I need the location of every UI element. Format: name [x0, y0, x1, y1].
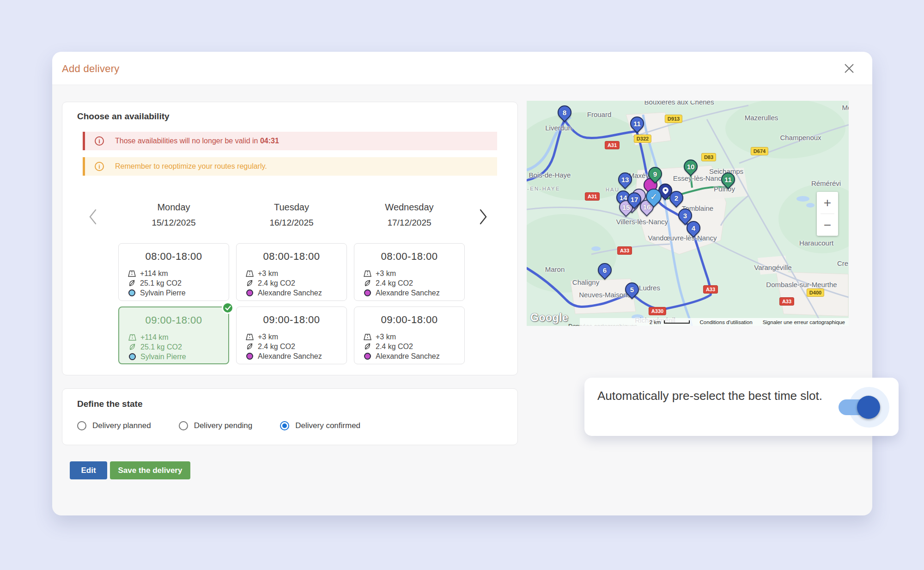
- edit-button[interactable]: Edit: [70, 461, 107, 479]
- radio-icon-checked[interactable]: [280, 421, 289, 430]
- leaf-icon: [364, 280, 371, 287]
- scale-bar: [664, 320, 690, 324]
- day-name: Tuesday: [236, 202, 347, 213]
- day-column-wednesday: Wednesday 17/12/2025 08:00-18:00 +3 km 2…: [354, 202, 465, 364]
- road-icon: [364, 270, 371, 277]
- road-icon: [364, 334, 371, 340]
- driver-avatar: [364, 353, 371, 360]
- road-badge: A31: [605, 141, 620, 149]
- reoptimize-alert-text: Remember to reoptimize your routes regul…: [115, 162, 267, 171]
- expiry-countdown: 04:31: [260, 137, 279, 145]
- slot-distance: +3 km: [376, 333, 396, 341]
- slot-tuesday-0900[interactable]: 09:00-18:00 +3 km 2.4 kg CO2 Alexandre S…: [236, 306, 347, 364]
- close-icon[interactable]: [843, 62, 856, 75]
- road-badge: A330: [649, 307, 666, 315]
- day-column-tuesday: Tuesday 16/12/2025 08:00-18:00 +3 km 2.4…: [236, 202, 347, 364]
- leaf-icon: [128, 280, 136, 287]
- leaf-icon: [364, 343, 371, 350]
- driver-avatar: [128, 353, 136, 360]
- slot-distance: +114 km: [140, 270, 168, 278]
- day-columns: Monday 15/12/2025 08:00-18:00 +114 km 25…: [118, 202, 503, 364]
- slot-co2: 25.1 kg CO2: [140, 279, 182, 288]
- road-badge: A31: [585, 192, 600, 201]
- modal-header: Add delivery: [52, 52, 872, 85]
- leaf-icon: [246, 343, 254, 350]
- report-map-error-link[interactable]: Signaler une erreur cartographique: [763, 319, 845, 325]
- info-icon: i: [95, 136, 104, 146]
- road-badge: A33: [779, 297, 794, 306]
- page-background: Add delivery Choose an availability i Th…: [0, 0, 924, 570]
- road-icon: [246, 334, 254, 340]
- slot-distance: +3 km: [258, 333, 278, 341]
- day-name: Monday: [118, 202, 229, 213]
- road-badge: A33: [617, 246, 632, 255]
- selected-check-icon: [222, 302, 234, 314]
- slot-tuesday-0800[interactable]: 08:00-18:00 +3 km 2.4 kg CO2 Alexandre S…: [236, 243, 347, 301]
- radio-icon[interactable]: [179, 421, 188, 430]
- day-column-monday: Monday 15/12/2025 08:00-18:00 +114 km 25…: [118, 202, 229, 364]
- availability-heading: Choose an availability: [77, 111, 503, 122]
- slot-driver: Alexandre Sanchez: [258, 352, 322, 361]
- slot-driver: Alexandre Sanchez: [376, 289, 440, 297]
- day-date: 15/12/2025: [118, 218, 229, 228]
- radio-delivery-confirmed[interactable]: Delivery confirmed: [280, 421, 360, 430]
- zoom-out-button[interactable]: −: [817, 214, 838, 236]
- slot-monday-0900-selected[interactable]: 09:00-18:00 +114 km 25.1 kg CO2 Sylvain …: [118, 306, 229, 364]
- autoselect-label: Automatically pre-select the best time s…: [597, 388, 833, 404]
- radio-delivery-planned[interactable]: Delivery planned: [77, 421, 151, 430]
- leaf-icon: [128, 343, 136, 350]
- radio-icon[interactable]: [77, 421, 86, 430]
- define-state-heading: Define the state: [77, 399, 503, 409]
- slot-wednesday-0800[interactable]: 08:00-18:00 +3 km 2.4 kg CO2 Alexandre S…: [354, 243, 465, 301]
- slot-distance: +114 km: [140, 333, 169, 342]
- road-badge: D83: [701, 153, 716, 161]
- road-badge: D322: [634, 135, 651, 143]
- availability-carousel: Monday 15/12/2025 08:00-18:00 +114 km 25…: [77, 202, 503, 364]
- terms-link[interactable]: Conditions d'utilisation: [700, 319, 753, 325]
- info-icon: i: [95, 162, 104, 171]
- prev-days-button[interactable]: [84, 207, 102, 227]
- road-badge: D674: [751, 147, 768, 155]
- reoptimize-alert: i Remember to reoptimize your routes reg…: [83, 157, 497, 176]
- slot-distance: +3 km: [376, 270, 396, 278]
- slot-co2: 25.1 kg CO2: [140, 343, 182, 351]
- slot-co2: 2.4 kg CO2: [376, 343, 413, 351]
- autoselect-toggle[interactable]: [834, 393, 885, 421]
- toggle-thumb[interactable]: [857, 396, 880, 419]
- expiry-alert: i Those availabilities will no longer be…: [83, 132, 497, 150]
- page-title: Add delivery: [62, 63, 120, 75]
- slot-co2: 2.4 kg CO2: [258, 343, 295, 351]
- day-name: Wednesday: [354, 202, 465, 213]
- map-attribution-bar: 2 km Conditions d'utilisation Signaler u…: [580, 318, 849, 326]
- driver-avatar: [364, 289, 371, 296]
- road-icon: [246, 270, 254, 277]
- driver-avatar: [246, 289, 254, 296]
- save-delivery-button[interactable]: Save the delivery: [110, 461, 190, 479]
- road-icon: [128, 334, 136, 341]
- autoselect-card: Automatically pre-select the best time s…: [584, 378, 899, 436]
- day-date: 17/12/2025: [354, 218, 465, 228]
- availability-section: Choose an availability i Those availabil…: [62, 102, 518, 375]
- define-state-section: Define the state Delivery planned Delive…: [62, 388, 518, 445]
- slot-driver: Sylvain Pierre: [140, 353, 186, 361]
- slot-wednesday-0900[interactable]: 09:00-18:00 +3 km 2.4 kg CO2 Alexandre S…: [354, 306, 465, 364]
- slot-driver: Sylvain Pierre: [140, 289, 186, 297]
- slot-driver: Alexandre Sanchez: [376, 352, 440, 361]
- driver-avatar: [246, 353, 254, 360]
- map[interactable]: Bouxières aux ChênesMoMazerullesChampeno…: [527, 101, 849, 326]
- zoom-in-button[interactable]: +: [817, 192, 838, 214]
- next-days-button[interactable]: [474, 207, 492, 227]
- road-badge: A33: [703, 285, 718, 294]
- slot-driver: Alexandre Sanchez: [258, 289, 322, 297]
- google-logo: Google: [530, 312, 568, 324]
- radio-delivery-pending[interactable]: Delivery pending: [179, 421, 253, 430]
- slot-co2: 2.4 kg CO2: [258, 279, 295, 288]
- slot-co2: 2.4 kg CO2: [376, 279, 413, 288]
- driver-avatar: [128, 289, 136, 296]
- map-zoom-control: + −: [817, 192, 838, 236]
- road-icon: [128, 270, 136, 277]
- slot-distance: +3 km: [258, 270, 278, 278]
- leaf-icon: [246, 280, 254, 287]
- slot-monday-0800[interactable]: 08:00-18:00 +114 km 25.1 kg CO2 Sylvain …: [118, 243, 229, 301]
- expiry-alert-text: Those availabilities will no longer be v…: [115, 137, 260, 145]
